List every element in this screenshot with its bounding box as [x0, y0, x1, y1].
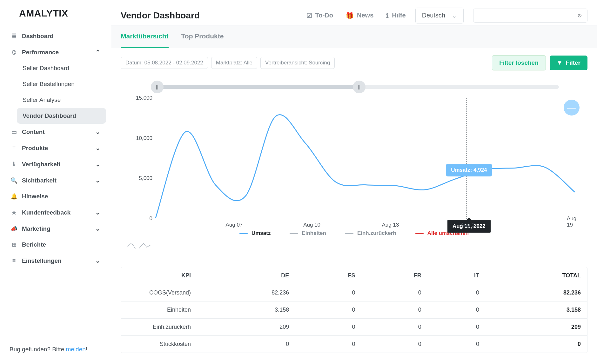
- sidebar-item-verfügbarkeit[interactable]: 🌡Verfügbarkeit⌄: [5, 156, 106, 172]
- sidebar-item-berichte[interactable]: ⊞Berichte: [5, 237, 106, 253]
- filter-chip-0[interactable]: Datum: 05.08.2022 - 02.09.2022: [121, 57, 208, 69]
- news-icon: 🎁: [346, 12, 354, 19]
- search-input[interactable]: [473, 9, 572, 22]
- revenue-chart: 05,00010,00015,000Umsatz: 4,924Aug 15, 2…: [121, 95, 587, 228]
- tab-top-produkte[interactable]: Top Produkte: [181, 25, 224, 48]
- table-cell: 3.158: [486, 301, 587, 319]
- bug-report: Bug gefunden? Bitte melden!: [0, 341, 111, 358]
- nav-icon: ▭: [10, 129, 17, 136]
- sidebar-item-content[interactable]: ▭Content⌄: [5, 124, 106, 140]
- logout-icon: ⎋: [578, 12, 581, 18]
- kpi-table: KPIDEESFRITTOTALCOGS(Versand)82.23600082…: [121, 267, 587, 353]
- sidebar-item-dashboard[interactable]: ≣Dashboard: [5, 28, 106, 44]
- table-header: FR: [362, 267, 428, 284]
- table-cell: 3.158: [197, 301, 295, 319]
- table-header: IT: [428, 267, 486, 284]
- sidebar-subitem-seller-analyse[interactable]: Seller Analyse: [17, 92, 106, 108]
- to-do-icon: ☑: [306, 12, 312, 19]
- sidebar-item-label: Produkte: [22, 145, 48, 152]
- plot-area: [156, 98, 575, 219]
- logout-button[interactable]: ⎋: [572, 9, 587, 22]
- x-tick: Aug 10: [303, 222, 320, 228]
- language-select[interactable]: Deutsch ⌄: [415, 8, 464, 23]
- chart-collapse-button[interactable]: —: [564, 100, 580, 116]
- table-header: DE: [197, 267, 295, 284]
- nav-icon: ⌬: [10, 49, 17, 56]
- x-tick: Aug 07: [225, 222, 243, 228]
- table-cell: 0: [362, 284, 428, 301]
- table-cell: 0: [197, 336, 295, 353]
- sidebar-item-sichtbarkeit[interactable]: 🔍Sichtbarkeit⌄: [5, 172, 106, 189]
- header-link-news[interactable]: 🎁News: [346, 12, 373, 19]
- apply-filter-button[interactable]: ▼ Filter: [550, 56, 587, 70]
- legend-swatch: [290, 233, 298, 234]
- range-handle-right[interactable]: ||: [353, 81, 366, 93]
- sidebar-item-einstellungen[interactable]: ≡Einstellungen⌄: [5, 253, 106, 269]
- sidebar-item-label: Marketing: [22, 225, 50, 232]
- chevron-up-icon: ⌃: [95, 49, 100, 56]
- sidebar-item-produkte[interactable]: ≡Produkte⌄: [5, 140, 106, 156]
- table-cell: 0: [362, 336, 428, 353]
- sidebar-item-label: Einstellungen: [22, 257, 62, 264]
- filter-chip-1[interactable]: Marktplatz: Alle: [211, 57, 257, 69]
- sidebar-subitem-seller-dashboard[interactable]: Seller Dashboard: [17, 60, 106, 76]
- sidebar-item-label: Verfügbarkeit: [22, 161, 60, 168]
- table-row: COGS(Versand)82.23600082.236: [121, 284, 587, 301]
- sidebar-item-label: Berichte: [22, 241, 46, 248]
- sidebar-item-kundenfeedback[interactable]: ★Kundenfeedback⌄: [5, 204, 106, 221]
- legend-einheiten[interactable]: Einheiten: [290, 230, 326, 236]
- table-cell: 82.236: [197, 284, 295, 301]
- table-cell: 0: [295, 319, 361, 336]
- table-cell: 0: [486, 336, 587, 353]
- chevron-down-icon: ⌄: [95, 128, 100, 136]
- table-cell: 0: [295, 336, 361, 353]
- range-handle-left[interactable]: ||: [151, 81, 164, 93]
- table-cell: 0: [428, 319, 486, 336]
- sidebar-item-label: Dashboard: [22, 33, 53, 40]
- sidebar-subitem-vendor-dashboard[interactable]: Vendor Dashboard: [17, 108, 106, 124]
- nav-icon: ≣: [10, 33, 17, 40]
- sidebar-item-label: Performance: [22, 49, 59, 56]
- nav-icon: 🌡: [10, 161, 17, 168]
- x-tick: Aug 19: [567, 215, 580, 228]
- table-cell: 209: [486, 319, 587, 336]
- table-cell: 209: [197, 319, 295, 336]
- search-box: ⎋: [473, 9, 587, 23]
- table-cell: 0: [295, 284, 361, 301]
- nav-icon: 📣: [10, 225, 17, 232]
- nav-icon: ≡: [10, 257, 17, 264]
- nav-icon: ⊞: [10, 241, 17, 248]
- table-cell: 0: [428, 336, 486, 353]
- sidebar-item-hinweise[interactable]: 🔔Hinweise: [5, 189, 106, 204]
- sidebar-item-marketing[interactable]: 📣Marketing⌄: [5, 221, 106, 237]
- table-row: Stückkosten00000: [121, 336, 587, 353]
- tooltip-value: Umsatz: 4,924: [446, 164, 492, 176]
- bug-report-link[interactable]: melden: [66, 346, 85, 353]
- table-cell: 0: [295, 301, 361, 319]
- legend-einh-zurückerh[interactable]: Einh.zurückerh: [345, 230, 396, 236]
- chevron-down-icon: ⌄: [95, 177, 100, 184]
- table-cell: 0: [428, 301, 486, 319]
- chevron-down-icon: ⌄: [95, 144, 100, 152]
- series-umsatz: [156, 115, 575, 218]
- table-cell: Stückkosten: [121, 336, 197, 353]
- clear-filters-button[interactable]: Filter löschen: [492, 55, 546, 70]
- x-tick: Aug 13: [382, 222, 399, 228]
- range-fill: [156, 85, 359, 89]
- sidebar-item-performance[interactable]: ⌬Performance⌃: [5, 44, 106, 60]
- header-link-to-do[interactable]: ☑To-Do: [306, 12, 333, 19]
- sidebar-item-label: Hinweise: [22, 193, 48, 200]
- sparkline-icon: [127, 240, 587, 249]
- sidebar-item-label: Content: [22, 129, 45, 136]
- table-header: ES: [295, 267, 361, 284]
- legend-umsatz[interactable]: Umsatz: [239, 230, 271, 236]
- legend-swatch: [415, 233, 424, 234]
- page-title: Vendor Dashboard: [121, 10, 200, 21]
- date-range-slider[interactable]: || ||: [156, 81, 559, 93]
- tab-marktübersicht[interactable]: Marktübersicht: [121, 25, 169, 48]
- table-header: KPI: [121, 267, 197, 284]
- sidebar-subitem-seller-bestellungen[interactable]: Seller Bestellungen: [17, 76, 106, 92]
- filter-chip-2[interactable]: Vertreiberansicht: Sourcing: [260, 57, 335, 69]
- nav-icon: 🔔: [10, 193, 17, 200]
- header-link-hilfe[interactable]: ℹHilfe: [386, 12, 406, 19]
